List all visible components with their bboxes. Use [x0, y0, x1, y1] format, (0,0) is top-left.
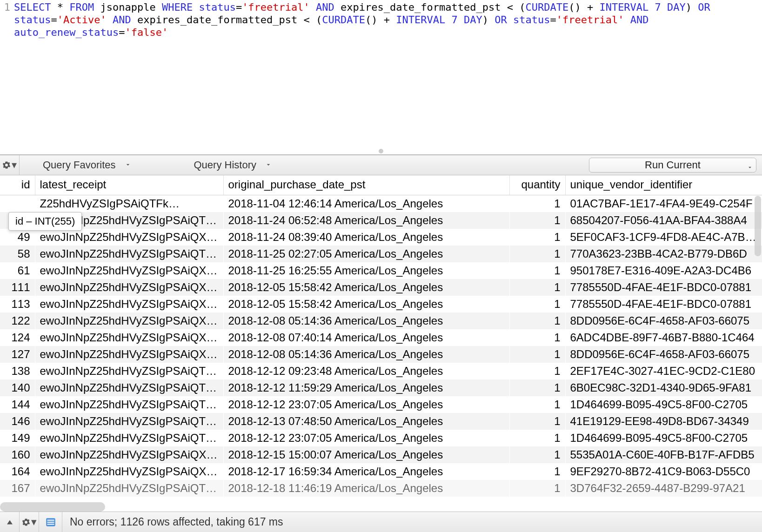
cell[interactable]: 1 — [509, 229, 565, 246]
cell[interactable]: 2018-12-05 15:58:42 America/Los_Angeles — [223, 279, 509, 296]
cell[interactable]: 8DD0956E-6C4F-4658-AF03-66075 — [565, 346, 762, 363]
cell[interactable]: 124 — [0, 329, 35, 346]
cell[interactable]: 41E19129-EE98-49D8-BD67-34349 — [565, 413, 762, 430]
cell[interactable]: 1 — [509, 396, 565, 413]
run-current-button[interactable]: Run Current — [589, 158, 756, 173]
cell[interactable]: ewoJInNpZ25hdHVyZSIgPSAiQXhT… — [35, 279, 223, 296]
table-row[interactable]: 61ewoJInNpZ25hdHVyZSIgPSAiQXlTd…2018-11-… — [0, 262, 762, 279]
cell[interactable]: 8DD0956E-6C4F-4658-AF03-66075 — [565, 313, 762, 329]
cell[interactable]: ewoJInNpZ25hdHVyZSIgPSAiQTJnV… — [35, 246, 223, 262]
table-row[interactable]: 127ewoJInNpZ25hdHVyZSIgPSAiQXhq…2018-12-… — [0, 346, 762, 363]
table-row[interactable]: 124ewoJInNpZ25hdHVyZSIgPSAiQXpM…2018-12-… — [0, 329, 762, 346]
query-history-dropdown[interactable]: Query History — [157, 155, 297, 175]
cell[interactable]: ewoJInNpZ25hdHVyZSIgPSAiQXpM… — [35, 329, 223, 346]
table-row[interactable]: 58ewoJInNpZ25hdHVyZSIgPSAiQTJnV…2018-11-… — [0, 246, 762, 262]
cell[interactable]: 2EF17E4C-3027-41EC-9CD2-C1E80 — [565, 363, 762, 379]
cell[interactable]: Z25hdHVyZSIgPSAiQTFk… — [35, 195, 223, 212]
cell[interactable]: 1 — [509, 363, 565, 379]
cell[interactable]: 1 — [509, 195, 565, 212]
cell[interactable]: 2018-12-05 15:58:42 America/Los_Angeles — [223, 296, 509, 313]
table-row[interactable]: 48ewoJInNpZ25hdHVyZSIgPSAiQTV1…2018-11-2… — [0, 212, 762, 229]
cell[interactable]: ewoJInNpZ25hdHVyZSIgPSAiQXhq… — [35, 346, 223, 363]
table-row[interactable]: 49ewoJInNpZ25hdHVyZSIgPSAiQXhp…2018-11-2… — [0, 229, 762, 246]
cell[interactable]: 1 — [509, 279, 565, 296]
cell[interactable]: ewoJInNpZ25hdHVyZSIgPSAiQXpE… — [35, 463, 223, 480]
cell[interactable]: 1 — [509, 313, 565, 329]
table-row[interactable]: 113ewoJInNpZ25hdHVyZSIgPSAiQXhT…2018-12-… — [0, 296, 762, 313]
cell[interactable]: 164 — [0, 463, 35, 480]
cell[interactable]: 1 — [509, 262, 565, 279]
cell[interactable]: 2018-11-25 16:25:55 America/Los_Angeles — [223, 262, 509, 279]
table-row[interactable]: 146ewoJInNpZ25hdHVyZSIgPSAiQTJU…2018-12-… — [0, 413, 762, 430]
cell[interactable]: 144 — [0, 396, 35, 413]
table-row[interactable]: 167ewoJInNpZ25hdHVyZSIgPSAiQTRk2018-12-1… — [0, 480, 762, 497]
cell[interactable]: ewoJInNpZ25hdHVyZSIgPSAiQXlTd… — [35, 262, 223, 279]
cell[interactable]: 1 — [509, 346, 565, 363]
cell[interactable]: 5EF0CAF3-1CF9-4FD8-AE4C-A7BD5 — [565, 229, 762, 246]
table-row[interactable]: 144ewoJInNpZ25hdHVyZSIgPSAiQTRIc…2018-12… — [0, 396, 762, 413]
cell[interactable]: 2018-12-08 05:14:36 America/Los_Angeles — [223, 313, 509, 329]
cell[interactable]: 1 — [509, 480, 565, 497]
cell[interactable]: 2018-11-24 08:39:40 America/Los_Angeles — [223, 229, 509, 246]
cell[interactable]: 1 — [509, 329, 565, 346]
column-header-id[interactable]: id — [0, 175, 35, 195]
sql-editor[interactable]: 1 SELECT * FROM jsonapple WHERE status='… — [0, 0, 762, 154]
cell[interactable]: ewoJInNpZ25hdHVyZSIgPSAiQTRk — [35, 480, 223, 497]
cell[interactable]: 1 — [509, 379, 565, 396]
column-header-unique-vendor-identifier[interactable]: unique_vendor_identifier — [565, 175, 762, 195]
cell[interactable]: ewoJInNpZ25hdHVyZSIgPSAiQTFz… — [35, 379, 223, 396]
cell[interactable]: 1 — [509, 246, 565, 262]
query-favorites-dropdown[interactable]: Query Favorites — [20, 155, 157, 175]
cell[interactable]: 149 — [0, 430, 35, 446]
horizontal-scrollbar[interactable] — [0, 502, 105, 512]
cell[interactable]: 1 — [509, 463, 565, 480]
column-header-original-purchase-date[interactable]: original_purchase_date_pst — [223, 175, 509, 195]
cell[interactable]: 2018-12-12 11:59:29 America/Los_Angeles — [223, 379, 509, 396]
table-row[interactable]: 122ewoJInNpZ25hdHVyZSIgPSAiQXhq…2018-12-… — [0, 313, 762, 329]
table-row[interactable]: 138ewoJInNpZ25hdHVyZSIgPSAiQTB6…2018-12-… — [0, 363, 762, 379]
cell[interactable]: 6B0EC98C-32D1-4340-9D65-9FA81 — [565, 379, 762, 396]
cell[interactable]: 5535A01A-C60E-40FB-B17F-AFDB5 — [565, 446, 762, 463]
cell[interactable]: 3D764F32-2659-4487-B299-97A21 — [565, 480, 762, 497]
cell[interactable]: 950178E7-E316-409E-A2A3-DC4B6 — [565, 262, 762, 279]
expand-button[interactable] — [0, 512, 20, 532]
table-row[interactable]: 149ewoJInNpZ25hdHVyZSIgPSAiQTRIc…2018-12… — [0, 430, 762, 446]
column-header-latest-receipt[interactable]: latest_receipt — [35, 175, 223, 195]
cell[interactable]: 127 — [0, 346, 35, 363]
cell[interactable]: 2018-12-12 23:07:05 America/Los_Angeles — [223, 430, 509, 446]
cell[interactable]: 2018-12-08 05:14:36 America/Los_Angeles — [223, 346, 509, 363]
cell[interactable]: ewoJInNpZ25hdHVyZSIgPSAiQTRIc… — [35, 396, 223, 413]
cell[interactable]: 9EF29270-8B72-41C9-B063-D55C0 — [565, 463, 762, 480]
view-mode-button[interactable] — [39, 512, 62, 532]
cell[interactable]: ewoJInNpZ25hdHVyZSIgPSAiQTRIc… — [35, 430, 223, 446]
cell[interactable]: 2018-11-24 06:52:48 America/Los_Angeles — [223, 212, 509, 229]
cell[interactable]: 1D464699-B095-49C5-8F00-C2705 — [565, 396, 762, 413]
cell[interactable]: 113 — [0, 296, 35, 313]
cell[interactable]: ewoJInNpZ25hdHVyZSIgPSAiQXhp… — [35, 229, 223, 246]
cell[interactable]: 2018-12-18 11:46:19 America/Los_Angeles — [223, 480, 509, 497]
cell[interactable] — [0, 195, 35, 212]
cell[interactable]: ewoJInNpZ25hdHVyZSIgPSAiQXhT… — [35, 296, 223, 313]
cell[interactable]: 2018-12-08 07:40:14 America/Los_Angeles — [223, 329, 509, 346]
column-header-quantity[interactable]: quantity — [509, 175, 565, 195]
cell[interactable]: 138 — [0, 363, 35, 379]
cell[interactable]: 122 — [0, 313, 35, 329]
cell[interactable]: 61 — [0, 262, 35, 279]
cell[interactable]: 2018-12-15 15:00:07 America/Los_Angeles — [223, 446, 509, 463]
cell[interactable]: 1 — [509, 296, 565, 313]
cell[interactable]: 167 — [0, 480, 35, 497]
cell[interactable]: 140 — [0, 379, 35, 396]
cell[interactable]: 2018-12-12 09:23:48 America/Los_Angeles — [223, 363, 509, 379]
toolbar-gear-button[interactable]: ▾ — [0, 155, 20, 175]
cell[interactable]: 49 — [0, 229, 35, 246]
table-row[interactable]: 160ewoJInNpZ25hdHVyZSIgPSAiQXp6…2018-12-… — [0, 446, 762, 463]
table-row[interactable]: 111ewoJInNpZ25hdHVyZSIgPSAiQXhT…2018-12-… — [0, 279, 762, 296]
results-table[interactable]: id latest_receipt original_purchase_date… — [0, 175, 762, 497]
cell[interactable]: 1 — [509, 212, 565, 229]
cell[interactable]: 1 — [509, 446, 565, 463]
cell[interactable]: 6ADC4DBE-89F7-46B7-B880-1C464 — [565, 329, 762, 346]
cell[interactable]: 2018-11-25 02:27:05 America/Los_Angeles — [223, 246, 509, 262]
cell[interactable]: 7785550D-4FAE-4E1F-BDC0-07881 — [565, 279, 762, 296]
cell[interactable]: 146 — [0, 413, 35, 430]
cell[interactable]: 2018-12-13 07:48:50 America/Los_Angeles — [223, 413, 509, 430]
